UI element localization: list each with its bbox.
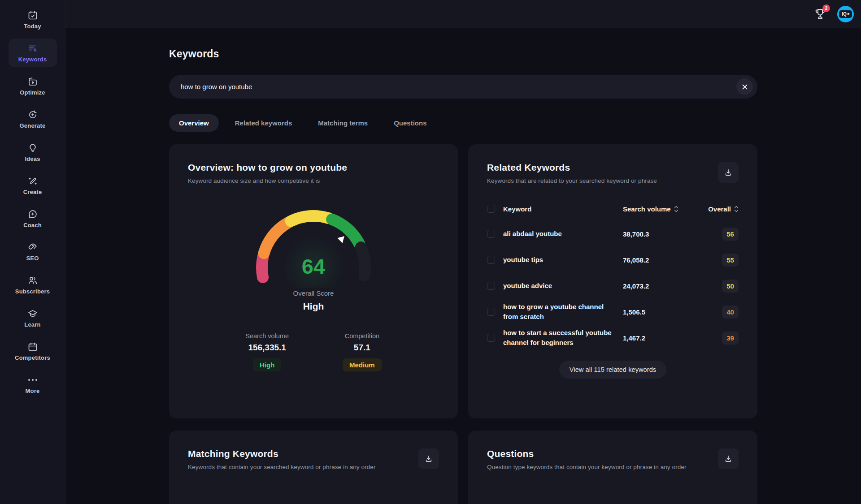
sidebar-item-label: Subscribers <box>15 288 50 295</box>
download-questions-button[interactable] <box>718 448 739 469</box>
sidebar-item-label: Create <box>23 189 42 195</box>
overall-score-value: 64 <box>242 254 385 279</box>
overview-card-subtitle: Keyword audience size and how competitiv… <box>188 177 347 184</box>
sidebar-item-label: Today <box>24 23 41 30</box>
refresh-sparkle-icon <box>27 109 38 120</box>
calendar-icon <box>27 341 38 352</box>
related-keywords-card: Related Keywords Keywords that are relat… <box>468 144 757 418</box>
sort-icon <box>674 206 678 212</box>
overview-card-title: Overview: how to grow on youtube <box>188 162 347 173</box>
sidebar-item-coach[interactable]: Coach <box>9 204 57 233</box>
pen-sparkle-icon <box>27 176 38 186</box>
lightbulb-icon <box>27 142 38 153</box>
questions-card: Questions Question type keywords that co… <box>468 431 757 504</box>
sidebar-item-keywords[interactable]: Keywords <box>9 39 57 67</box>
sidebar-item-create[interactable]: Create <box>9 171 57 200</box>
competition-badge: Medium <box>343 358 382 371</box>
matching-keywords-title: Matching Keywords <box>188 448 376 459</box>
sidebar-item-subscribers[interactable]: Subscribers <box>9 271 57 299</box>
account-avatar[interactable]: IQ <box>837 6 854 22</box>
questions-title: Questions <box>487 448 687 459</box>
sidebar-item-label: Generate <box>20 122 46 129</box>
table-row[interactable]: how to grow a youtube channel from scrat… <box>487 299 739 325</box>
competition-stat: Competition 57.1 Medium <box>343 332 382 371</box>
download-related-button[interactable] <box>718 162 739 183</box>
keyword-column-header: Keyword <box>503 205 623 213</box>
sidebar-item-seo[interactable]: SEO <box>9 237 57 266</box>
view-all-related-button[interactable]: View all 115 related keywords <box>559 361 666 379</box>
matching-keywords-subtitle: Keywords that contain your searched keyw… <box>188 464 376 470</box>
overall-column-header[interactable]: Overall <box>708 205 739 213</box>
row-checkbox[interactable] <box>487 256 495 264</box>
vidiq-logo: IQ <box>839 10 852 18</box>
search-volume-badge: High <box>253 358 281 371</box>
calendar-check-icon <box>27 10 38 21</box>
table-row[interactable]: youtube advice 24,073.2 50 <box>487 273 739 299</box>
overall-score-badge: 39 <box>722 332 739 345</box>
row-checkbox[interactable] <box>487 230 495 238</box>
topbar: 2 IQ <box>65 0 861 28</box>
sidebar-item-today[interactable]: Today <box>9 5 57 34</box>
sort-icon <box>734 206 739 212</box>
sidebar-item-generate[interactable]: Generate <box>9 105 57 134</box>
tab-questions[interactable]: Questions <box>384 114 436 132</box>
sidebar-item-label: Optimize <box>20 89 45 96</box>
row-checkbox[interactable] <box>487 282 495 290</box>
close-icon <box>742 84 748 90</box>
related-keywords-table: Keyword Search volume Overall ali abdaal… <box>487 198 739 351</box>
clear-search-button[interactable] <box>736 78 753 95</box>
keyword-tabs: Overview Related keywords Matching terms… <box>169 114 757 132</box>
sidebar-item-optimize[interactable]: Optimize <box>9 72 57 100</box>
tags-icon <box>27 242 38 253</box>
overview-stats: Search volume 156,335.1 High Competition… <box>188 332 439 371</box>
sidebar-item-learn[interactable]: Learn <box>9 304 57 332</box>
sidebar-item-label: More <box>26 388 40 394</box>
search-volume-column-header[interactable]: Search volume <box>623 205 699 213</box>
tab-related-keywords[interactable]: Related keywords <box>225 114 302 132</box>
tab-overview[interactable]: Overview <box>169 114 219 132</box>
sidebar-item-ideas[interactable]: Ideas <box>9 138 57 167</box>
overall-score-gauge: 64 <box>242 196 385 288</box>
sidebar-item-label: Ideas <box>25 155 40 162</box>
download-icon <box>724 168 733 177</box>
overall-score-badge: 55 <box>722 254 739 267</box>
sidebar-item-label: Keywords <box>18 56 47 63</box>
download-icon <box>424 454 433 463</box>
keyword-search-bar <box>169 75 757 99</box>
sidebar-item-competitors[interactable]: Competitors <box>9 337 57 366</box>
sidebar-item-label: Competitors <box>15 354 50 361</box>
table-row[interactable]: how to start a successful youtube channe… <box>487 325 739 351</box>
sidebar-item-label: Learn <box>24 321 40 328</box>
select-all-checkbox[interactable] <box>487 205 495 213</box>
sidebar-item-more[interactable]: More <box>9 370 57 399</box>
chat-sparkle-icon <box>27 209 38 220</box>
search-volume-stat: Search volume 156,335.1 High <box>245 332 289 371</box>
table-row[interactable]: ali abdaal youtube 38,700.3 56 <box>487 221 739 247</box>
overall-score-badge: 50 <box>722 280 739 293</box>
row-checkbox[interactable] <box>487 334 495 342</box>
tab-matching-terms[interactable]: Matching terms <box>308 114 378 132</box>
graduation-cap-icon <box>27 308 38 319</box>
video-box-icon <box>27 76 38 87</box>
row-checkbox[interactable] <box>487 308 495 316</box>
notification-badge: 2 <box>822 4 830 12</box>
page-title: Keywords <box>169 48 757 60</box>
gauge-pointer <box>337 233 347 243</box>
users-icon <box>27 275 38 286</box>
main-content: Keywords Overview Related keywords Match… <box>65 28 861 504</box>
overall-score-level: High <box>188 301 439 312</box>
sidebar-item-label: SEO <box>26 255 39 262</box>
overall-score-badge: 40 <box>722 306 739 319</box>
keyword-search-input[interactable] <box>181 83 736 90</box>
related-keywords-title: Related Keywords <box>487 162 657 173</box>
download-matching-button[interactable] <box>418 448 439 469</box>
table-header-row: Keyword Search volume Overall <box>487 198 739 219</box>
download-icon <box>724 454 733 463</box>
achievements-button[interactable]: 2 <box>811 5 829 23</box>
ellipsis-icon <box>28 375 37 385</box>
table-row[interactable]: youtube tips 76,058.2 55 <box>487 247 739 273</box>
related-keywords-subtitle: Keywords that are related to your search… <box>487 177 657 184</box>
sidebar: Today Keywords Optimize Generate Ideas <box>0 0 65 504</box>
overview-card: Overview: how to grow on youtube Keyword… <box>169 144 458 418</box>
sidebar-item-label: Coach <box>23 222 42 228</box>
